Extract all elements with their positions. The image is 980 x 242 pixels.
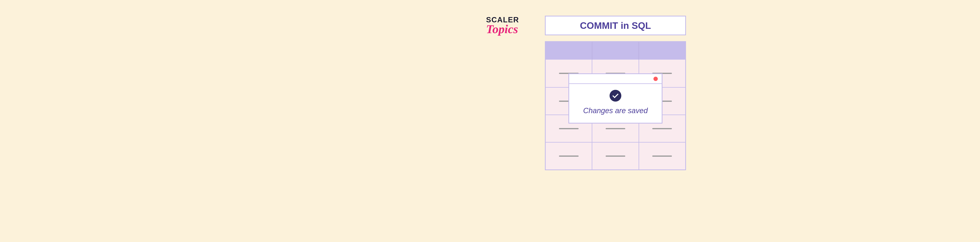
table-header-cell [546, 42, 592, 60]
table-row [546, 142, 685, 169]
dialog-message: Changes are saved [583, 107, 648, 115]
scaler-topics-logo: SCALER Topics [486, 16, 519, 36]
commit-diagram: COMMIT in SQL [545, 16, 686, 170]
dialog-body: Changes are saved [569, 84, 662, 123]
table-header-cell [592, 42, 639, 60]
checkmark-icon [612, 92, 618, 98]
checkmark-circle-icon [609, 90, 621, 102]
cell-placeholder-line [559, 128, 579, 129]
cell-placeholder-line [559, 156, 579, 157]
table-cell [546, 143, 592, 169]
cell-placeholder-line [652, 128, 672, 129]
dialog-titlebar [569, 74, 662, 84]
cell-placeholder-line [606, 128, 625, 129]
cell-placeholder-line [652, 156, 672, 157]
save-confirmation-dialog: Changes are saved [568, 73, 662, 124]
table-header-cell [639, 42, 685, 60]
diagram-title-bar: COMMIT in SQL [545, 16, 686, 35]
database-table-illustration: Changes are saved [545, 41, 686, 170]
logo-text-topics: Topics [486, 22, 519, 36]
close-icon [654, 77, 658, 81]
table-cell [592, 143, 639, 169]
table-cell [639, 143, 685, 169]
diagram-title: COMMIT in SQL [580, 20, 651, 31]
table-header-row [546, 42, 685, 60]
cell-placeholder-line [606, 156, 625, 157]
